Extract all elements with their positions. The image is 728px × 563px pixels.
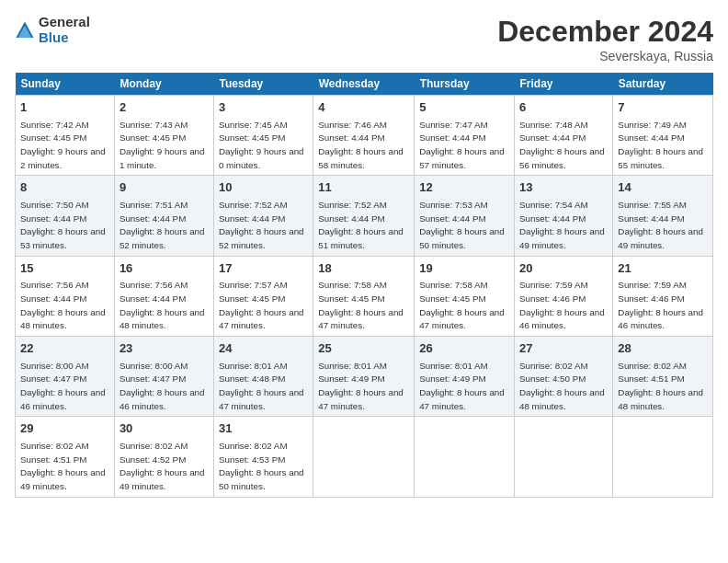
empty-cell-4-4 (415, 417, 515, 497)
day-info: Sunrise: 7:53 AMSunset: 4:44 PMDaylight:… (419, 200, 505, 250)
day-number: 28 (618, 340, 708, 357)
day-number: 1 (20, 99, 109, 116)
day-number: 10 (219, 179, 308, 196)
day-number: 6 (519, 99, 608, 116)
day-number: 5 (419, 99, 509, 116)
day-cell-1: 1 Sunrise: 7:42 AMSunset: 4:45 PMDayligh… (16, 96, 115, 176)
day-cell-22: 22 Sunrise: 8:00 AMSunset: 4:47 PMDaylig… (16, 337, 115, 417)
day-number: 4 (318, 99, 409, 116)
day-cell-27: 27 Sunrise: 8:02 AMSunset: 4:50 PMDaylig… (515, 337, 613, 417)
day-cell-31: 31 Sunrise: 8:02 AMSunset: 4:53 PMDaylig… (213, 417, 313, 497)
day-cell-10: 10 Sunrise: 7:52 AMSunset: 4:44 PMDaylig… (213, 176, 313, 256)
logo-general: General (39, 15, 90, 30)
week-row-5: 29 Sunrise: 8:02 AMSunset: 4:51 PMDaylig… (16, 417, 713, 497)
day-cell-11: 11 Sunrise: 7:52 AMSunset: 4:44 PMDaylig… (313, 176, 415, 256)
day-cell-15: 15 Sunrise: 7:56 AMSunset: 4:44 PMDaylig… (16, 256, 115, 336)
day-cell-16: 16 Sunrise: 7:56 AMSunset: 4:44 PMDaylig… (114, 256, 213, 336)
day-number: 2 (119, 99, 209, 116)
day-number: 16 (119, 260, 209, 277)
day-info: Sunrise: 7:52 AMSunset: 4:44 PMDaylight:… (318, 200, 404, 250)
day-cell-2: 2 Sunrise: 7:43 AMSunset: 4:45 PMDayligh… (114, 96, 213, 176)
day-info: Sunrise: 7:56 AMSunset: 4:44 PMDaylight:… (119, 280, 205, 330)
day-cell-14: 14 Sunrise: 7:55 AMSunset: 4:44 PMDaylig… (613, 176, 713, 256)
day-cell-4: 4 Sunrise: 7:46 AMSunset: 4:44 PMDayligh… (313, 96, 415, 176)
day-info: Sunrise: 8:01 AMSunset: 4:48 PMDaylight:… (219, 361, 304, 411)
day-info: Sunrise: 7:58 AMSunset: 4:45 PMDaylight:… (419, 280, 505, 330)
day-info: Sunrise: 7:54 AMSunset: 4:44 PMDaylight:… (519, 200, 605, 250)
col-sunday: Sunday (16, 73, 115, 96)
day-number: 26 (419, 340, 509, 357)
day-info: Sunrise: 7:59 AMSunset: 4:46 PMDaylight:… (618, 280, 703, 330)
day-cell-17: 17 Sunrise: 7:57 AMSunset: 4:45 PMDaylig… (213, 256, 313, 336)
day-info: Sunrise: 7:55 AMSunset: 4:44 PMDaylight:… (618, 200, 703, 250)
title-section: December 2024 Severskaya, Russia (497, 15, 713, 63)
day-info: Sunrise: 8:02 AMSunset: 4:53 PMDaylight:… (219, 441, 304, 491)
day-cell-7: 7 Sunrise: 7:49 AMSunset: 4:44 PMDayligh… (613, 96, 713, 176)
day-number: 15 (20, 260, 109, 277)
logo: General Blue (15, 15, 90, 45)
week-row-2: 8 Sunrise: 7:50 AMSunset: 4:44 PMDayligh… (16, 176, 713, 256)
day-cell-24: 24 Sunrise: 8:01 AMSunset: 4:48 PMDaylig… (213, 337, 313, 417)
day-info: Sunrise: 7:52 AMSunset: 4:44 PMDaylight:… (219, 200, 304, 250)
day-cell-23: 23 Sunrise: 8:00 AMSunset: 4:47 PMDaylig… (114, 337, 213, 417)
day-info: Sunrise: 7:42 AMSunset: 4:45 PMDaylight:… (20, 120, 106, 170)
header: General Blue December 2024 Severskaya, R… (15, 15, 713, 63)
day-number: 21 (618, 260, 708, 277)
day-info: Sunrise: 7:47 AMSunset: 4:44 PMDaylight:… (419, 120, 505, 170)
day-info: Sunrise: 7:48 AMSunset: 4:44 PMDaylight:… (519, 120, 605, 170)
day-cell-6: 6 Sunrise: 7:48 AMSunset: 4:44 PMDayligh… (515, 96, 613, 176)
day-info: Sunrise: 8:02 AMSunset: 4:50 PMDaylight:… (519, 361, 605, 411)
day-cell-29: 29 Sunrise: 8:02 AMSunset: 4:51 PMDaylig… (16, 417, 115, 497)
day-number: 3 (219, 99, 308, 116)
day-number: 23 (119, 340, 209, 357)
day-info: Sunrise: 7:51 AMSunset: 4:44 PMDaylight:… (119, 200, 205, 250)
day-info: Sunrise: 8:00 AMSunset: 4:47 PMDaylight:… (20, 361, 106, 411)
day-info: Sunrise: 7:49 AMSunset: 4:44 PMDaylight:… (618, 120, 703, 170)
col-monday: Monday (114, 73, 213, 96)
day-info: Sunrise: 8:02 AMSunset: 4:51 PMDaylight:… (618, 361, 703, 411)
day-number: 9 (119, 179, 209, 196)
logo-blue: Blue (39, 30, 90, 46)
day-info: Sunrise: 8:01 AMSunset: 4:49 PMDaylight:… (318, 361, 404, 411)
day-number: 27 (519, 340, 608, 357)
day-info: Sunrise: 8:02 AMSunset: 4:52 PMDaylight:… (119, 441, 205, 491)
week-row-4: 22 Sunrise: 8:00 AMSunset: 4:47 PMDaylig… (16, 337, 713, 417)
day-info: Sunrise: 8:02 AMSunset: 4:51 PMDaylight:… (20, 441, 106, 491)
location-subtitle: Severskaya, Russia (497, 49, 713, 63)
calendar-table: Sunday Monday Tuesday Wednesday Thursday… (15, 73, 713, 498)
day-number: 25 (318, 340, 409, 357)
day-info: Sunrise: 7:56 AMSunset: 4:44 PMDaylight:… (20, 280, 106, 330)
day-number: 11 (318, 179, 409, 196)
col-friday: Friday (515, 73, 613, 96)
day-cell-28: 28 Sunrise: 8:02 AMSunset: 4:51 PMDaylig… (613, 337, 713, 417)
day-number: 7 (618, 99, 708, 116)
day-cell-18: 18 Sunrise: 7:58 AMSunset: 4:45 PMDaylig… (313, 256, 415, 336)
logo-icon (15, 20, 35, 40)
empty-cell-4-5 (515, 417, 613, 497)
day-number: 29 (20, 420, 109, 437)
day-number: 8 (20, 179, 109, 196)
day-number: 19 (419, 260, 509, 277)
col-thursday: Thursday (415, 73, 515, 96)
day-info: Sunrise: 8:01 AMSunset: 4:49 PMDaylight:… (419, 361, 505, 411)
day-info: Sunrise: 7:57 AMSunset: 4:45 PMDaylight:… (219, 280, 304, 330)
month-title: December 2024 (497, 15, 713, 49)
week-row-3: 15 Sunrise: 7:56 AMSunset: 4:44 PMDaylig… (16, 256, 713, 336)
day-cell-26: 26 Sunrise: 8:01 AMSunset: 4:49 PMDaylig… (415, 337, 515, 417)
day-number: 22 (20, 340, 109, 357)
col-saturday: Saturday (613, 73, 713, 96)
page-container: General Blue December 2024 Severskaya, R… (0, 0, 728, 505)
day-number: 30 (119, 420, 209, 437)
col-wednesday: Wednesday (313, 73, 415, 96)
day-number: 12 (419, 179, 509, 196)
day-info: Sunrise: 7:43 AMSunset: 4:45 PMDaylight:… (119, 120, 205, 170)
day-info: Sunrise: 7:46 AMSunset: 4:44 PMDaylight:… (318, 120, 404, 170)
day-cell-25: 25 Sunrise: 8:01 AMSunset: 4:49 PMDaylig… (313, 337, 415, 417)
day-info: Sunrise: 8:00 AMSunset: 4:47 PMDaylight:… (119, 361, 205, 411)
day-info: Sunrise: 7:59 AMSunset: 4:46 PMDaylight:… (519, 280, 605, 330)
empty-cell-4-6 (613, 417, 713, 497)
day-cell-12: 12 Sunrise: 7:53 AMSunset: 4:44 PMDaylig… (415, 176, 515, 256)
col-tuesday: Tuesday (213, 73, 313, 96)
day-number: 18 (318, 260, 409, 277)
week-row-1: 1 Sunrise: 7:42 AMSunset: 4:45 PMDayligh… (16, 96, 713, 176)
